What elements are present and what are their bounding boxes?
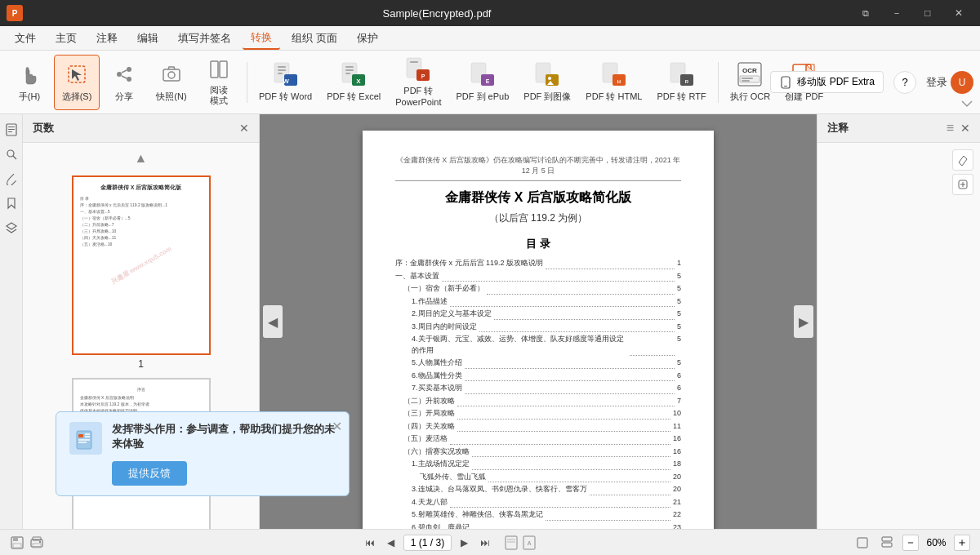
feedback-close-button[interactable]: ✕: [332, 419, 342, 434]
toolbar-divider-1: [247, 62, 247, 103]
toc-item: 1.主战场情况定定18: [395, 459, 681, 470]
share-button[interactable]: 分享: [101, 55, 147, 110]
hand-tool-button[interactable]: 手(H): [7, 55, 52, 110]
pdf-to-ppt-button[interactable]: P PDF 转 PowerPoint: [389, 55, 448, 110]
restore-button[interactable]: ⧉: [851, 0, 880, 26]
svg-rect-12: [278, 69, 286, 71]
save-icon[interactable]: [10, 535, 24, 550]
svg-text:R: R: [684, 79, 688, 84]
menu-organize[interactable]: 组织 页面: [283, 28, 345, 49]
page-indicator[interactable]: 1 (1 / 3): [403, 535, 452, 551]
feedback-submit-button[interactable]: 提供反馈: [112, 461, 187, 486]
pages-scroll-up-button[interactable]: ▲: [135, 151, 148, 166]
single-page-view-button[interactable]: [853, 534, 871, 552]
last-page-button[interactable]: ⏭: [476, 534, 494, 552]
zoom-out-button[interactable]: －: [902, 535, 919, 551]
select-tool-button[interactable]: 选择(S): [54, 55, 100, 110]
toc-item: 1.作品描述5: [395, 296, 681, 308]
pages-panel: 页数 ✕ ▲ 金庸群侠传 X 后宫版攻略简化版 目 录 序：金庸群侠传 x 元后…: [23, 114, 260, 529]
next-page-button[interactable]: ▶: [455, 534, 473, 552]
ocr-icon: OCR: [737, 61, 763, 87]
annotations-filter-icon[interactable]: ≡: [947, 121, 954, 135]
svg-rect-69: [13, 544, 21, 548]
svg-rect-81: [882, 543, 892, 547]
pages-panel-header: 页数 ✕: [23, 114, 259, 143]
pdf-subtitle: （以后宫 119.2 为例）: [395, 211, 681, 225]
pdf-epub-icon: E: [470, 61, 496, 87]
svg-text:X: X: [357, 78, 362, 85]
toc-item: （二）升前攻略7: [395, 396, 681, 407]
pdf-to-html-button[interactable]: H PDF 转 HTML: [579, 55, 648, 110]
menu-home[interactable]: 主页: [47, 28, 85, 49]
pdf-scroll-left-button[interactable]: ◀: [263, 305, 283, 338]
svg-rect-8: [211, 61, 218, 78]
annotation-tool-2[interactable]: [952, 174, 973, 195]
mobile-label: 移动版 PDF Extra: [797, 75, 875, 89]
sidebar-bookmark-icon[interactable]: [2, 194, 20, 212]
sidebar-search-icon[interactable]: [2, 145, 20, 163]
close-button[interactable]: ✕: [944, 0, 973, 26]
menu-annotation[interactable]: 注释: [88, 28, 126, 49]
continuous-view-button[interactable]: [878, 534, 896, 552]
svg-rect-42: [742, 80, 750, 82]
annotations-panel-close-button[interactable]: ✕: [960, 122, 970, 135]
pdf-header: 《金庸群侠传 X 后宫版攻略》仍在攻略编写讨论队的不断完善中，转发请注明，202…: [395, 155, 681, 181]
minimize-button[interactable]: －: [882, 0, 911, 26]
ocr-button[interactable]: OCR 执行 OCR: [724, 55, 777, 110]
print-icon[interactable]: [29, 535, 44, 550]
page-thumb-1-label: 1: [138, 358, 144, 370]
pdf-html-icon: H: [601, 61, 627, 87]
pdf-ppt-icon: P: [405, 56, 431, 82]
zoom-control: － 60% ＋: [902, 535, 970, 551]
page-thumb-1[interactable]: 金庸群侠传 X 后宫版攻略简化版 目 录 序：金庸群侠传 x 元后后宫 119.…: [31, 175, 251, 370]
maximize-button[interactable]: □: [913, 0, 942, 26]
read-mode-label: 阅读 模式: [210, 85, 228, 106]
menu-bar: 文件 主页 注释 编辑 填写并签名 转换 组织 页面 保护: [0, 26, 980, 51]
menu-convert[interactable]: 转换: [243, 27, 280, 50]
toc-item: 3.周目内的时间设定5: [395, 322, 681, 333]
menu-file[interactable]: 文件: [7, 28, 44, 49]
pdf-image-icon: [534, 61, 560, 87]
feedback-icon: [69, 422, 102, 455]
svg-text:OCR: OCR: [743, 67, 758, 74]
snapshot-button[interactable]: 快照(N): [149, 55, 194, 110]
pdf-to-word-button[interactable]: W PDF 转 Word: [252, 55, 318, 110]
toc-item: 序：金庸群侠传 x 元后后宫 119.2 版攻略说明1: [395, 258, 681, 269]
sidebar-layers-icon[interactable]: [2, 219, 20, 237]
sidebar-pages-icon[interactable]: [2, 121, 20, 139]
login-button[interactable]: 登录 U: [926, 71, 973, 94]
svg-line-63: [964, 156, 967, 159]
menu-edit[interactable]: 编辑: [129, 28, 167, 49]
prev-page-button[interactable]: ◀: [382, 534, 400, 552]
pdf-scroll-right-button[interactable]: ▶: [794, 305, 813, 338]
pdf-to-epub-button[interactable]: E PDF 到 ePub: [449, 55, 515, 110]
toc-item: 一、基本设置5: [395, 271, 681, 282]
svg-text:W: W: [283, 78, 289, 85]
pdf-to-excel-button[interactable]: X PDF 转 Excel: [320, 55, 387, 110]
zoom-in-button[interactable]: ＋: [954, 535, 970, 551]
pdf-ppt-label: PDF 转 PowerPoint: [395, 86, 441, 107]
annotation-tool-1[interactable]: [952, 149, 973, 171]
toc-item: （三）开局攻略10: [395, 408, 681, 420]
help-button[interactable]: ?: [893, 71, 916, 94]
svg-rect-80: [882, 537, 892, 541]
toc-item: 6.物品属性分类6: [395, 371, 681, 382]
menu-fill-sign[interactable]: 填写并签名: [170, 28, 239, 49]
toolbar-collapse-button[interactable]: [960, 99, 973, 110]
svg-rect-11: [278, 66, 286, 68]
pdf-main-title: 金庸群侠传 X 后宫版攻略简化版: [395, 189, 681, 206]
first-page-button[interactable]: ⏮: [361, 534, 379, 552]
toc-item: 6.碧血剑、鹿鼎记23: [395, 522, 681, 530]
pdf-rtf-icon: R: [669, 61, 695, 87]
pdf-to-rtf-button[interactable]: R PDF 转 RTF: [650, 55, 712, 110]
read-mode-button[interactable]: 阅读 模式: [196, 55, 242, 110]
hand-icon: [16, 61, 42, 87]
pdf-rtf-label: PDF 转 RTF: [657, 91, 706, 103]
toc-item: 飞狐外传、雪山飞狐20: [395, 472, 681, 483]
menu-protect[interactable]: 保护: [349, 28, 386, 49]
pages-panel-close-button[interactable]: ✕: [239, 122, 249, 135]
sidebar-attach-icon[interactable]: [2, 170, 20, 188]
page-thumb-1-img: 金庸群侠传 X 后宫版攻略简化版 目 录 序：金庸群侠传 x 元后后宫 119.…: [72, 175, 211, 355]
svg-rect-23: [410, 61, 418, 63]
pdf-to-image-button[interactable]: PDF 到图像: [517, 55, 577, 110]
